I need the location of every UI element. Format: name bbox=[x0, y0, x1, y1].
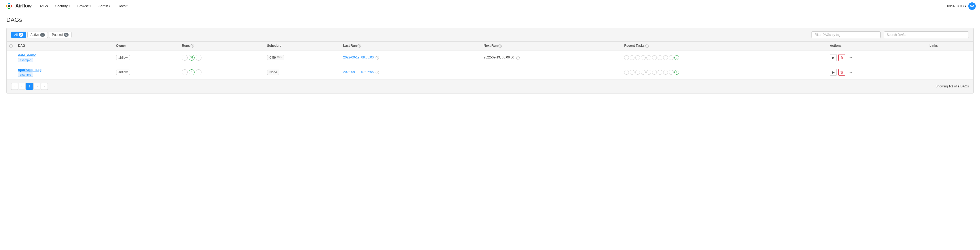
dag-table-wrapper: i DAG Owner Runs i Schedule bbox=[6, 42, 974, 80]
task-circle bbox=[641, 70, 646, 75]
tab-all[interactable]: All 2 bbox=[11, 32, 26, 38]
table-header: i DAG Owner Runs i Schedule bbox=[6, 42, 974, 50]
tab-paused[interactable]: Paused 0 bbox=[49, 32, 72, 38]
toggle-cell bbox=[6, 50, 16, 65]
last-run-cell: 2022-09-19, 08:05:00 i bbox=[340, 50, 481, 65]
nav-security[interactable]: Security ▾ bbox=[52, 0, 73, 12]
schedule-cell: 0-59 **** bbox=[264, 50, 340, 65]
nextrun-info-icon[interactable]: i bbox=[498, 44, 502, 48]
more-actions-button[interactable]: ··· bbox=[847, 69, 854, 76]
th-recent-tasks: Recent Tasks i bbox=[621, 42, 827, 50]
dag-name-link[interactable]: sparkapp_dag bbox=[18, 68, 41, 72]
nav-docs[interactable]: Docs ▾ bbox=[115, 0, 130, 12]
nav-admin[interactable]: Admin ▾ bbox=[96, 0, 113, 12]
tab-active[interactable]: Active 2 bbox=[27, 32, 48, 38]
docs-caret-icon: ▾ bbox=[126, 5, 127, 8]
page-last-btn[interactable]: » bbox=[41, 83, 48, 90]
recenttasks-info-icon[interactable]: i bbox=[645, 44, 649, 48]
next-run-cell bbox=[481, 65, 622, 80]
th-owner: Owner bbox=[113, 42, 180, 50]
svg-marker-3 bbox=[5, 5, 8, 8]
schedule-badge: 0-59 **** bbox=[267, 55, 284, 60]
user-avatar[interactable]: AA bbox=[968, 2, 976, 10]
actions-cell: ▶ 🗑 ··· bbox=[827, 65, 927, 80]
table-row: sparkapp_dag example airflow 1 None 2022… bbox=[6, 65, 974, 80]
run-circle-empty bbox=[182, 69, 188, 75]
th-dag: DAG bbox=[16, 42, 113, 50]
lastrun-info-icon[interactable]: i bbox=[358, 44, 361, 48]
th-links: Links bbox=[927, 42, 974, 50]
task-circle bbox=[658, 55, 662, 60]
task-circle bbox=[652, 70, 657, 75]
actions-group: ▶ 🗑 ··· bbox=[830, 54, 924, 61]
last-run-link[interactable]: 2022-09-19, 08:05:00 bbox=[343, 56, 374, 59]
svg-marker-2 bbox=[8, 8, 11, 10]
brand-link[interactable]: Airflow bbox=[4, 1, 32, 11]
owner-badge: airflow bbox=[116, 55, 130, 60]
pagination-bar: « ‹ 1 › » Showing 1-2 of 2 DAGs bbox=[6, 80, 974, 93]
page-next-btn[interactable]: › bbox=[33, 83, 40, 90]
schedule-badge: None bbox=[267, 70, 280, 75]
task-circle bbox=[635, 55, 640, 60]
nav-time[interactable]: 08:07 UTC ▾ bbox=[947, 4, 966, 8]
showing-total: 2 bbox=[958, 84, 959, 88]
task-circle-success: 1 bbox=[675, 55, 679, 60]
tag-filter-input[interactable] bbox=[811, 31, 881, 38]
task-circle bbox=[635, 70, 640, 75]
dag-name-link[interactable]: date_demo bbox=[18, 53, 37, 57]
run-dag-button[interactable]: ▶ bbox=[830, 54, 837, 61]
dag-tag[interactable]: example bbox=[18, 58, 33, 62]
task-circle bbox=[669, 55, 673, 60]
pagination-controls: « ‹ 1 › » bbox=[11, 83, 48, 90]
showing-text: Showing 1-2 of 2 DAGs bbox=[935, 84, 969, 88]
page-prev-btn[interactable]: ‹ bbox=[19, 83, 25, 90]
task-circle bbox=[652, 55, 657, 60]
links-cell bbox=[927, 65, 974, 80]
schedule-cell: None bbox=[264, 65, 340, 80]
last-run-info-icon[interactable]: i bbox=[375, 56, 379, 59]
toggle-cell bbox=[6, 65, 16, 80]
links-cell bbox=[927, 50, 974, 65]
runs-circles: 32 bbox=[182, 55, 261, 61]
task-circles: 1 bbox=[624, 55, 824, 60]
task-circle bbox=[641, 55, 646, 60]
last-run-link[interactable]: 2022-09-19, 07:36:55 bbox=[343, 70, 374, 74]
task-circle bbox=[663, 55, 668, 60]
svg-point-4 bbox=[8, 5, 10, 7]
security-caret-icon: ▾ bbox=[68, 5, 70, 8]
th-next-run: Next Run i bbox=[481, 42, 622, 50]
th-last-run: Last Run i bbox=[340, 42, 481, 50]
last-run-info-icon[interactable]: i bbox=[375, 71, 379, 74]
dag-name-cell: sparkapp_dag example bbox=[16, 65, 113, 80]
svg-marker-0 bbox=[8, 2, 11, 5]
actions-cell: ▶ 🗑 ··· bbox=[827, 50, 927, 65]
tab-all-badge: 2 bbox=[19, 33, 23, 37]
nav-browse[interactable]: Browse ▾ bbox=[75, 0, 94, 12]
delete-dag-button[interactable]: 🗑 bbox=[838, 69, 845, 76]
delete-dag-button[interactable]: 🗑 bbox=[838, 54, 845, 61]
run-circle-empty bbox=[196, 55, 202, 61]
owner-cell: airflow bbox=[113, 65, 180, 80]
th-info-col: i bbox=[6, 42, 16, 50]
admin-caret-icon: ▾ bbox=[109, 5, 110, 8]
task-circle bbox=[630, 55, 635, 60]
col-info-icon[interactable]: i bbox=[9, 45, 13, 48]
recent-tasks-cell: 1 bbox=[621, 50, 827, 65]
runs-cell: 32 bbox=[179, 50, 264, 65]
svg-marker-1 bbox=[10, 5, 13, 8]
dag-tag[interactable]: example bbox=[18, 73, 33, 77]
runs-info-icon[interactable]: i bbox=[191, 44, 194, 48]
more-actions-button[interactable]: ··· bbox=[847, 54, 854, 61]
run-dag-button[interactable]: ▶ bbox=[830, 69, 837, 76]
th-actions: Actions bbox=[827, 42, 927, 50]
next-run-info-icon[interactable]: i bbox=[516, 56, 520, 59]
task-circle bbox=[630, 70, 635, 75]
tab-paused-badge: 0 bbox=[64, 33, 68, 37]
run-circle-success: 32 bbox=[189, 55, 194, 61]
run-circle-success: 1 bbox=[189, 69, 194, 75]
nav-dags[interactable]: DAGs bbox=[36, 0, 51, 12]
search-input[interactable] bbox=[884, 31, 969, 38]
task-circles: 2 bbox=[624, 70, 824, 75]
page-1-btn[interactable]: 1 bbox=[26, 83, 33, 90]
page-first-btn[interactable]: « bbox=[11, 83, 18, 90]
